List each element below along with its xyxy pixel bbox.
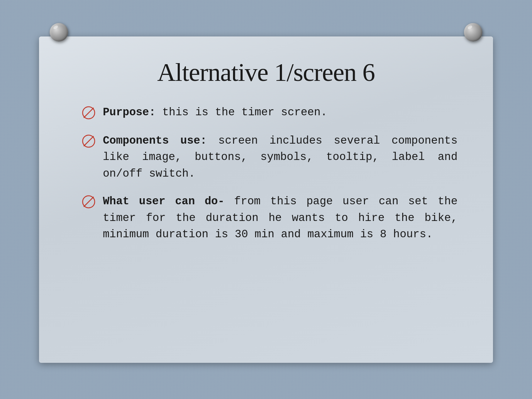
bullet-text-purpose: Purpose: this is the timer screen. (103, 104, 458, 121)
bullet-marker-1 (82, 106, 97, 121)
bullet-text-what-user: What user can do- from this page user ca… (103, 193, 458, 243)
pin-right (464, 23, 482, 41)
bullet-list: Purpose: this is the timer screen. Compo… (74, 104, 458, 243)
svg-line-5 (84, 197, 94, 207)
bullet-item-what-user: What user can do- from this page user ca… (82, 193, 458, 243)
bullet-marker-2 (82, 134, 97, 150)
slide-card: Alternative 1/screen 6 Purpose: this is … (39, 37, 493, 363)
svg-line-1 (84, 108, 94, 118)
bullet-text-components: Components use: screen includes several … (103, 133, 458, 182)
purpose-label: Purpose: (103, 106, 156, 118)
what-user-label: What user can do- (103, 195, 225, 207)
bullet-item-purpose: Purpose: this is the timer screen. (82, 104, 458, 121)
pin-left (50, 23, 68, 41)
purpose-text: this is the timer screen. (156, 106, 327, 118)
slide-wrapper: Alternative 1/screen 6 Purpose: this is … (28, 26, 504, 373)
components-label: Components use: (103, 134, 207, 147)
bullet-item-components: Components use: screen includes several … (82, 133, 458, 182)
slide-title: Alternative 1/screen 6 (74, 58, 458, 87)
bullet-marker-3 (82, 195, 97, 210)
svg-line-3 (84, 136, 94, 146)
